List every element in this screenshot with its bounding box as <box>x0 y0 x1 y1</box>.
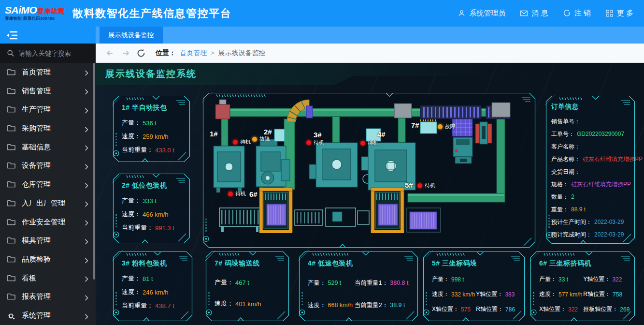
metric-value: 33 t <box>558 276 568 283</box>
order-value: 88.9 t <box>571 206 586 213</box>
sidebar-item-2[interactable]: 销售管理 <box>0 82 96 101</box>
sidebar-item-5[interactable]: 基础信息 <box>0 138 96 157</box>
sidebar-item-13[interactable]: 报表管理 <box>0 288 96 307</box>
metric-value: 577 km/h <box>558 291 582 298</box>
breadcrumb-separator: > <box>211 49 215 57</box>
collapse-sidebar-icon[interactable] <box>6 30 18 41</box>
breadcrumb-root-link[interactable]: 首页管理 <box>180 49 207 58</box>
sidebar-search <box>0 44 96 63</box>
metric-label: R轴位置： <box>476 305 503 313</box>
sidebar-item-14[interactable]: 系统管理 <box>0 306 96 325</box>
back-arrow-icon[interactable] <box>105 48 115 58</box>
metric-value: 786 <box>505 306 515 313</box>
metric-label: 当前重量1： <box>355 279 388 287</box>
search-input[interactable] <box>19 50 91 57</box>
metric-value: 38.9 t <box>390 302 405 309</box>
sidebar-collapse-area <box>0 27 96 44</box>
breadcrumb-current: 展示线设备监控 <box>218 49 266 58</box>
machine-label-7: 7# <box>411 121 419 129</box>
metric-label: 产量： <box>122 274 141 283</box>
order-value: GD202203290007 <box>577 131 624 137</box>
chevron-right-icon <box>85 219 88 225</box>
metric-row: 速度：246 km/h <box>122 285 188 299</box>
sidebar-item-7[interactable]: 仓库管理 <box>0 175 96 194</box>
order-row: 客户名称： <box>551 140 633 153</box>
status-badge-standby-3: 待机 <box>306 139 324 146</box>
order-row: 重量：88.9 t <box>551 203 633 216</box>
chevron-right-icon <box>85 275 88 281</box>
sidebar-item-6[interactable]: 设备管理 <box>0 157 96 176</box>
header-menu-more[interactable]: 更 多 <box>605 9 633 18</box>
header-menu-messages[interactable]: 消 息 <box>520 9 548 18</box>
palletizer-station-a <box>259 188 292 233</box>
chevron-right-icon <box>85 107 88 113</box>
sidebar-item-8[interactable]: 入厂出厂管理 <box>0 194 96 213</box>
user-icon <box>458 9 466 17</box>
sidebar-item-label: 报表管理 <box>22 292 51 301</box>
sidebar-item-1[interactable]: 首页管理 <box>0 63 96 82</box>
metric-row: 当前重量：438.7 t <box>122 299 188 312</box>
order-rows: 销售单号：工单号：GD202203290007客户名称：产品名称：硅灰石纤维填充… <box>551 115 633 241</box>
sidebar-nav: 首页管理销售管理生产管理采购管理基础信息设备管理仓库管理入厂出厂管理作业安全管理… <box>0 63 96 325</box>
sidebar-item-label: 品质检验 <box>22 255 51 264</box>
header-menu-label: 更 多 <box>617 9 633 18</box>
order-label: 预计生产时间： <box>551 218 592 226</box>
metric-label: 产量： <box>432 275 449 283</box>
metric-row: 推板轴位置：269 <box>583 302 631 317</box>
header-menu: 系统管理员消 息注 销更 多 <box>458 9 644 18</box>
section-title: 展示线设备监控系统 <box>105 63 197 85</box>
metric-label: 推板轴位置： <box>583 305 618 313</box>
brand-logo[interactable]: SAiMO 赛摩雄鹰 赛摩智能 股票代码300466 <box>0 5 72 22</box>
metric-row: 速度：332 km/h <box>432 287 475 302</box>
order-label: 预计完成时间： <box>551 231 592 239</box>
header-menu-logout[interactable]: 注 销 <box>563 9 591 18</box>
metric-value: 246 km/h <box>143 289 168 296</box>
sidebar-item-label: 设备管理 <box>22 161 51 170</box>
panel-title: 1# 半自动扶包 <box>122 103 186 112</box>
forward-arrow-icon[interactable] <box>121 48 130 58</box>
folder-icon <box>7 275 15 282</box>
tab-bar: 展示线设备监控 <box>96 27 644 44</box>
status-badge-standby-4: 待机 <box>360 139 378 147</box>
logo-text-cn: 赛摩雄鹰 <box>37 8 64 15</box>
sidebar-item-9[interactable]: 作业安全管理 <box>0 213 96 232</box>
sidebar-item-12[interactable]: 看板 <box>0 269 96 288</box>
logo-caption: 赛摩智能 股票代码300466 <box>5 16 72 22</box>
breadcrumb: 位置： 首页管理 > 展示线设备监控 <box>96 44 644 63</box>
metric-label: X轴位置： <box>539 305 566 313</box>
metric-value: 333 t <box>143 197 157 205</box>
tab-display-line-monitor[interactable]: 展示线设备监控 <box>100 27 163 44</box>
metric-value: 81 t <box>143 275 153 282</box>
sidebar-item-label: 基础信息 <box>22 143 51 152</box>
sidebar-item-3[interactable]: 生产管理 <box>0 100 96 119</box>
order-label: 销售单号： <box>551 118 580 126</box>
header-menu-admin[interactable]: 系统管理员 <box>458 9 505 18</box>
standby-dot <box>228 192 233 196</box>
metric-row: R轴位置：758 <box>583 287 631 302</box>
metric-value: 467 t <box>235 279 249 286</box>
metric-value: 380.8 t <box>390 280 408 286</box>
header-menu-label: 注 销 <box>574 9 591 18</box>
standby-dot <box>233 140 238 145</box>
metric-label: 产量： <box>122 196 141 205</box>
sidebar-scrollbar[interactable] <box>93 63 95 280</box>
panel-title: 6# 三坐标挤码机 <box>539 259 631 268</box>
metric-row: 速度：401 km/h <box>215 293 285 314</box>
metric-value: 259 km/h <box>143 133 168 140</box>
metric-value: 466 km/h <box>143 211 168 218</box>
order-row: 规格：硅灰石纤维填充增强PP <box>551 178 633 191</box>
panel-title: 2# 低位包装机 <box>122 181 186 190</box>
folder-icon <box>7 237 15 244</box>
order-row: 交货日期： <box>551 165 633 178</box>
gear-icon <box>7 312 15 319</box>
sidebar-item-4[interactable]: 采购管理 <box>0 119 96 138</box>
metric-label: 当前重量： <box>122 223 153 232</box>
metric-label: 产量： <box>122 118 141 127</box>
metric-value: 998 t <box>451 276 464 283</box>
order-panel-title: 订单信息 <box>551 103 633 111</box>
sidebar-item-11[interactable]: 品质检验 <box>0 250 96 269</box>
machine-label-4: 4# <box>377 130 386 138</box>
sidebar-item-10[interactable]: 模具管理 <box>0 231 96 250</box>
refresh-icon[interactable] <box>136 48 146 58</box>
sidebar-item-label: 作业安全管理 <box>22 218 65 227</box>
